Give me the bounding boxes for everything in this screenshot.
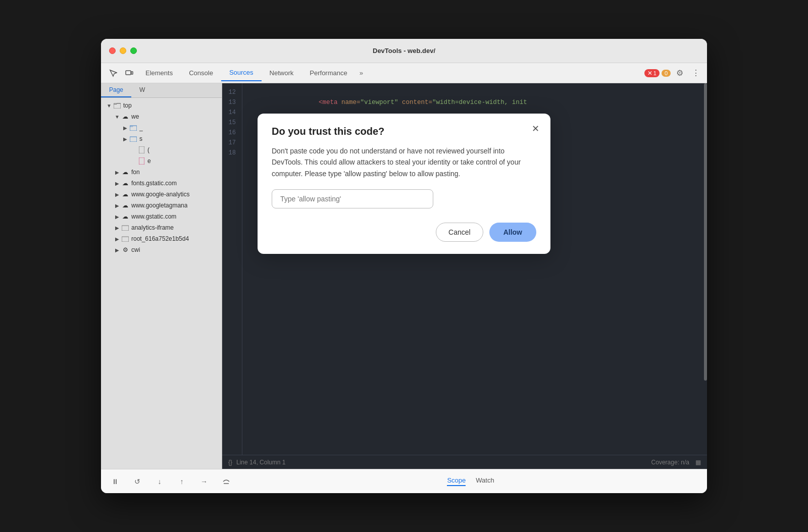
minimize-button[interactable] (120, 47, 126, 54)
device-icon[interactable] (121, 65, 137, 81)
step-over-icon[interactable]: ↺ (131, 475, 143, 488)
tab-watch[interactable]: Watch (476, 476, 494, 486)
modal-body: Don't paste code you do not understand o… (272, 145, 536, 179)
step-icon[interactable]: → (198, 475, 210, 488)
modal-actions: Cancel Allow (272, 223, 536, 242)
allow-pasting-input[interactable] (272, 189, 433, 208)
maximize-button[interactable] (130, 47, 137, 54)
tab-sources[interactable]: Sources (221, 65, 262, 81)
step-out-icon[interactable]: ↑ (176, 475, 188, 488)
tab-console[interactable]: Console (181, 65, 221, 81)
more-tabs-button[interactable]: » (356, 67, 367, 79)
devtools-window: DevTools - web.dev/ Elements Console Sou… (101, 39, 707, 493)
devtools-header: Elements Console Sources Network Perform… (101, 63, 707, 83)
bottom-tabs: Scope Watch (447, 476, 494, 486)
allow-button[interactable]: Allow (489, 223, 536, 242)
bottom-panel: ⏸ ↺ ↓ ↑ → Scope Watch (101, 469, 707, 493)
warning-badge: 0 (662, 70, 671, 77)
svg-rect-0 (126, 71, 131, 75)
close-button[interactable] (109, 47, 116, 54)
modal-overlay: ✕ Do you trust this code? Don't paste co… (101, 83, 707, 469)
error-badge: ✕ 1 (644, 69, 660, 77)
main-content: Page W ▼ top ▼ ☁ we (101, 83, 707, 469)
svg-rect-1 (131, 72, 133, 74)
modal-title: Do you trust this code? (272, 126, 536, 137)
step-into-icon[interactable]: ↓ (154, 475, 166, 488)
title-bar: DevTools - web.dev/ (101, 39, 707, 63)
devtools-tabs: Elements Console Sources Network Perform… (137, 65, 644, 81)
deactivate-icon[interactable] (220, 475, 232, 488)
tab-performance[interactable]: Performance (301, 65, 355, 81)
tab-elements[interactable]: Elements (137, 65, 181, 81)
tab-network[interactable]: Network (262, 65, 302, 81)
more-options-icon[interactable]: ⋮ (689, 66, 703, 80)
tab-scope[interactable]: Scope (447, 476, 466, 486)
pause-icon[interactable]: ⏸ (109, 475, 121, 488)
header-right: ✕ 1 0 ⚙ ⋮ (644, 66, 703, 80)
modal-close-button[interactable]: ✕ (528, 122, 542, 136)
cursor-icon[interactable] (105, 65, 121, 81)
window-title: DevTools - web.dev/ (373, 47, 435, 55)
trust-dialog: ✕ Do you trust this code? Don't paste co… (258, 114, 550, 254)
traffic-lights (109, 47, 137, 54)
cancel-button[interactable]: Cancel (436, 223, 483, 242)
settings-icon[interactable]: ⚙ (673, 66, 687, 80)
